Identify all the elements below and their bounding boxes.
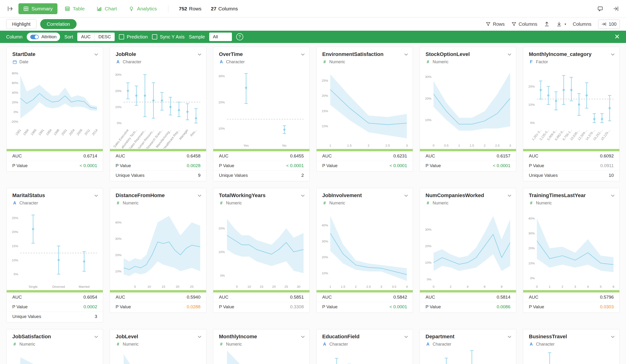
svg-text:30%: 30% [322, 240, 328, 243]
help-icon[interactable]: ? [236, 33, 243, 40]
stat-value: 0.6054 [83, 295, 97, 300]
summary-toolbar: Highlight Correlation Rows Columns ▾ Col… [0, 17, 626, 31]
stat-value: 2 [301, 173, 304, 178]
chevron-down-icon[interactable] [403, 52, 409, 57]
prediction-label: Prediction [127, 34, 148, 40]
card-stats: AUC0.6455P Value< 0.0001Unique Values2 [213, 151, 310, 181]
tab-analytics[interactable]: Analytics [124, 3, 161, 14]
export-button[interactable] [544, 21, 550, 27]
columns-limit-label: Columns [573, 22, 591, 27]
card-stats: AUC0.5940P Value0.0288 [110, 293, 206, 313]
filter-rows-button[interactable]: Rows [486, 22, 505, 27]
numeric-icon: # [219, 342, 224, 347]
collapse-panel-left-icon[interactable] [5, 4, 15, 14]
svg-text:10%: 10% [322, 124, 328, 128]
chevron-down-icon[interactable] [403, 334, 409, 340]
chevron-down-icon[interactable] [197, 52, 202, 57]
chart-canvas: 20%51015 [216, 348, 306, 364]
card-chart: 40%30%20%10%510152025 [110, 206, 206, 290]
stat-label: AUC [219, 295, 228, 300]
numeric-icon: # [116, 342, 120, 347]
prediction-checkbox[interactable] [119, 34, 124, 39]
chevron-down-icon[interactable] [507, 52, 512, 57]
chart-canvas: 25%20%15%10%5%SingleDivorcedMarried [9, 206, 99, 290]
collapse-panel-right-icon[interactable] [611, 4, 621, 14]
column-selector[interactable]: Attrition [27, 33, 60, 41]
stat-value: 3 [95, 314, 97, 319]
dtype-label: Numeric [433, 201, 448, 206]
tab-summary[interactable]: Summary [18, 3, 57, 14]
chevron-down-icon[interactable] [93, 52, 99, 57]
chevron-down-icon[interactable] [507, 193, 512, 199]
column-card: EnvironmentSatisfaction # Numeric 25%20%… [316, 47, 413, 172]
dtype-label: Numeric [19, 342, 35, 347]
sync-y-axis-checkbox[interactable] [152, 34, 157, 39]
sort-field-select[interactable]: AUC [77, 33, 94, 41]
card-title: EnvironmentSatisfaction [322, 51, 407, 57]
sample-select[interactable]: All [209, 33, 232, 41]
chevron-down-icon[interactable] [610, 52, 616, 57]
download-button[interactable]: ▾ [556, 21, 566, 27]
card-title: OverTime [219, 51, 304, 57]
chevron-down-icon[interactable] [93, 193, 99, 199]
numeric-icon: # [322, 60, 327, 65]
stat-label: AUC [426, 295, 435, 300]
chevron-down-icon[interactable] [300, 52, 306, 57]
card-header: StockOptionLevel # Numeric [420, 47, 516, 65]
numeric-icon: # [219, 201, 224, 206]
tab-table[interactable]: Table [60, 3, 89, 14]
card-title: NumCompaniesWorked [426, 192, 510, 199]
filter-rows-label: Rows [493, 22, 505, 27]
chevron-down-icon[interactable] [610, 334, 616, 340]
chart-canvas: 20%15%SalesHuman ResourcesResearch & De.… [422, 348, 512, 364]
highlight-button[interactable]: Highlight [6, 19, 37, 29]
dtype-label: Numeric [433, 60, 448, 65]
stat-row: AUC0.5940 [110, 293, 206, 302]
svg-text:2011: 2011 [84, 129, 91, 136]
card-chart: 20%Human ResourcesTechnical DegreeMarket… [316, 347, 413, 364]
stat-value: 0.0002 [83, 304, 97, 309]
chevron-down-icon[interactable] [403, 193, 409, 199]
filter-columns-button[interactable]: Columns [511, 22, 537, 27]
card-header: Department A Character [420, 329, 516, 347]
correlation-button[interactable]: Correlation [40, 19, 77, 29]
stat-label: AUC [322, 295, 332, 300]
stat-label: P Value [116, 304, 131, 309]
lightbulb-icon [129, 6, 134, 12]
dtype-row: # Numeric [219, 342, 304, 347]
stat-row: P Value< 0.0001 [316, 302, 413, 312]
dtype-row: # Numeric [322, 60, 407, 65]
columns-limit-control[interactable]: 100 [598, 20, 620, 29]
chevron-down-icon[interactable] [300, 193, 306, 199]
svg-text:5%: 5% [13, 272, 18, 276]
stat-row: P Value0.0911 [523, 161, 619, 170]
svg-text:20: 20 [272, 285, 276, 289]
prediction-check-item[interactable]: Prediction [119, 34, 148, 40]
dtype-label: Character [226, 60, 245, 65]
character-icon: A [322, 342, 327, 347]
tab-chart[interactable]: Chart [92, 3, 121, 14]
card-header: JobSatisfaction # Numeric [7, 329, 103, 347]
column-card: DistanceFromHome # Numeric 40%30%20%10%5… [110, 188, 206, 313]
svg-text:80%: 80% [12, 71, 18, 75]
chevron-down-icon[interactable] [610, 193, 616, 199]
sort-direction-select[interactable]: DESC [94, 33, 115, 41]
character-icon: A [426, 342, 430, 347]
chevron-down-icon[interactable] [300, 334, 306, 340]
bar-chart-icon [96, 6, 102, 12]
card-title: BusinessTravel [529, 333, 614, 340]
svg-text:20%: 20% [322, 94, 328, 98]
chevron-down-icon[interactable] [197, 334, 202, 340]
card-stats: AUC0.6092P Value0.0911Unique Values10 [523, 151, 619, 181]
card-chart: 20%Travel_FrequentlyTravel_RarelyNon-Tra… [523, 347, 619, 364]
close-banner-icon[interactable]: ✕ [614, 33, 620, 40]
chevron-down-icon[interactable] [197, 193, 202, 199]
column-toggle[interactable] [30, 35, 39, 39]
chart-canvas: 30%20%10%YesNo [216, 66, 306, 148]
chevron-down-icon[interactable] [507, 334, 512, 340]
sync-y-axis-check-item[interactable]: Sync Y Axis [152, 34, 185, 40]
comment-bubble-icon[interactable] [595, 4, 605, 14]
card-title: JobRole [116, 51, 200, 57]
chevron-down-icon[interactable] [93, 334, 99, 340]
stat-row: P Value0.3308 [213, 302, 310, 312]
